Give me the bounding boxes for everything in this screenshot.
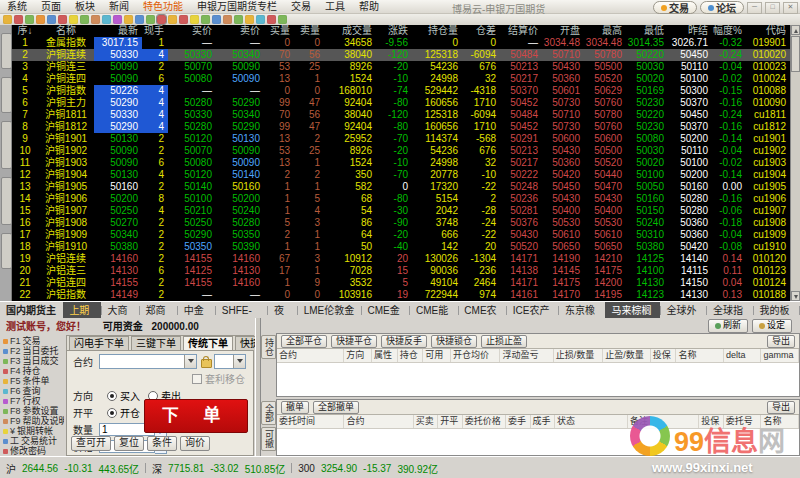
quote-row[interactable]: 17沪铜190950340250290503502164-20666-22504… bbox=[12, 229, 790, 241]
positions-action-button[interactable]: 止损止盈 bbox=[481, 335, 527, 348]
trade-menu-item[interactable]: ¥银期转帐 bbox=[2, 426, 64, 436]
side-strip-tab[interactable] bbox=[1, 33, 12, 69]
toolbar-icon[interactable] bbox=[25, 15, 34, 24]
quote-row[interactable]: 18沪铜191050380250350503901150-40142205052… bbox=[12, 241, 790, 253]
menu-item[interactable]: 页面 bbox=[34, 1, 68, 12]
ticket-action-button[interactable]: 询价 bbox=[180, 436, 210, 451]
menu-item[interactable]: 帮助 bbox=[352, 1, 386, 12]
market-tab[interactable]: 东京橡胶 bbox=[559, 302, 605, 319]
quote-column-header[interactable]: 昨结 bbox=[668, 25, 712, 37]
quote-row[interactable]: 20沪铝连三1413061412514130171702815900362361… bbox=[12, 265, 790, 277]
trade-menu-item[interactable]: F8参数设置 bbox=[2, 406, 64, 416]
market-tab[interactable]: 中金所 bbox=[178, 302, 215, 319]
quote-column-header[interactable]: 开盘 bbox=[542, 25, 584, 37]
positions-action-button[interactable]: 快捷反手 bbox=[381, 335, 427, 348]
menu-item[interactable]: 申银万国期货专栏 bbox=[190, 1, 284, 12]
quote-column-header[interactable]: 序↓ bbox=[12, 25, 38, 37]
trade-menu-item[interactable]: 修改密码 bbox=[2, 446, 64, 456]
toolbar-icon[interactable] bbox=[256, 15, 265, 24]
quote-row[interactable]: 1金属指数3017.151——0034658-9.5600—3034.48303… bbox=[12, 37, 790, 49]
toolbar-icon[interactable] bbox=[245, 15, 254, 24]
quote-column-header[interactable]: 代码 bbox=[746, 25, 790, 37]
minimize-button[interactable]: ─ bbox=[747, 2, 762, 14]
openclose-radio[interactable] bbox=[107, 408, 117, 418]
market-tab[interactable]: 夜盘 bbox=[268, 302, 297, 319]
blotter-toolbar-button[interactable]: 设定 bbox=[752, 319, 792, 333]
positions-action-button[interactable]: 全部平仓 bbox=[281, 335, 327, 348]
direction-radio[interactable] bbox=[107, 391, 117, 401]
ticket-tab[interactable]: 传统下单 bbox=[183, 336, 233, 350]
trade-menu-item[interactable]: F5条件单 bbox=[2, 376, 64, 386]
contract-input[interactable] bbox=[100, 355, 184, 366]
quote-row[interactable]: 10沪铜1902500902500705009053258926-2054236… bbox=[12, 145, 790, 157]
toolbar-icon[interactable] bbox=[36, 15, 45, 24]
submit-order-button[interactable]: 下 单 bbox=[144, 399, 248, 433]
toolbar-icon[interactable] bbox=[168, 15, 177, 24]
toolbar-icon[interactable] bbox=[14, 15, 23, 24]
quote-row[interactable]: 8沪铜18125029045028050290994792404-8016065… bbox=[12, 121, 790, 133]
side-strip-tab[interactable] bbox=[1, 121, 12, 169]
quote-row[interactable]: 3沪铜连三500902500705009053258926-2054236676… bbox=[12, 61, 790, 73]
market-tab[interactable]: 全球外汇 bbox=[660, 302, 706, 319]
toolbar-icon[interactable] bbox=[278, 15, 287, 24]
scroll-down-icon[interactable] bbox=[791, 291, 800, 301]
menu-item[interactable]: 板块 bbox=[68, 1, 102, 12]
quote-row[interactable]: 9沪铜1901501302501205013013225952-70114374… bbox=[12, 133, 790, 145]
orders-filter-tab[interactable]: 全部 bbox=[261, 401, 276, 425]
arbitrage-checkbox[interactable] bbox=[192, 374, 202, 384]
quote-column-header[interactable]: 现手 bbox=[142, 25, 168, 37]
ticket-tab[interactable]: 闪电手下单 bbox=[69, 336, 129, 350]
quote-row[interactable]: 14沪铜190650200850100502001568-80515425023… bbox=[12, 193, 790, 205]
quote-row[interactable]: 15沪铜190750250450210502401454-302042-2850… bbox=[12, 205, 790, 217]
chevron-down-icon[interactable] bbox=[233, 355, 245, 368]
quote-row[interactable]: 19沪铝连续14160214155141606731091220130026-1… bbox=[12, 253, 790, 265]
toolbar-icon[interactable] bbox=[124, 15, 133, 24]
menu-item[interactable]: 系统 bbox=[0, 1, 34, 12]
quote-column-header[interactable]: 最低 bbox=[626, 25, 668, 37]
toolbar-icon[interactable] bbox=[47, 15, 56, 24]
menu-item[interactable]: 交易 bbox=[284, 1, 318, 12]
quote-column-header[interactable]: 持仓量 bbox=[412, 25, 462, 37]
positions-export-button[interactable]: 导出 bbox=[767, 335, 795, 348]
titlebar-pill-button[interactable]: 交易 bbox=[653, 1, 697, 14]
market-tab[interactable]: 郑商所 bbox=[140, 302, 177, 319]
toolbar-icon[interactable] bbox=[3, 15, 12, 24]
lock-icon[interactable] bbox=[201, 359, 212, 368]
positions-action-button[interactable]: 快捷平仓 bbox=[331, 335, 377, 348]
quote-column-header[interactable]: 买价 bbox=[168, 25, 216, 37]
positions-action-button[interactable]: 快捷锁仓 bbox=[431, 335, 477, 348]
toolbar-icon[interactable] bbox=[201, 15, 210, 24]
market-tab[interactable]: LME伦敦金属 bbox=[298, 302, 361, 319]
quote-column-header[interactable]: 名称 bbox=[38, 25, 94, 37]
market-tab[interactable]: 全球指数 bbox=[707, 302, 753, 319]
side-strip-tab[interactable] bbox=[1, 233, 12, 269]
quote-column-header[interactable]: 结算价 bbox=[500, 25, 542, 37]
ticket-action-button[interactable]: 复位 bbox=[114, 436, 144, 451]
trade-menu-item[interactable]: F7行权 bbox=[2, 396, 64, 406]
side-strip-tab[interactable] bbox=[1, 177, 12, 225]
market-tab[interactable]: SHFE-INE bbox=[216, 302, 267, 319]
orders-action-button[interactable]: 撤单 bbox=[281, 401, 309, 414]
maximize-button[interactable]: □ bbox=[765, 2, 780, 14]
contract-combobox[interactable] bbox=[99, 354, 197, 369]
quote-row[interactable]: 21沪铝连四1415521415514160193532549104246414… bbox=[12, 277, 790, 289]
toolbar-icon[interactable] bbox=[58, 15, 67, 24]
trade-menu-item[interactable]: F6查询 bbox=[2, 386, 64, 396]
quote-column-header[interactable]: 最新 bbox=[94, 25, 142, 37]
orders-export-button[interactable]: 导出 bbox=[767, 401, 795, 414]
positions-tab[interactable]: 持仓 bbox=[261, 335, 276, 359]
market-tab[interactable]: 马来棕榈油 bbox=[605, 302, 659, 319]
scroll-up-icon[interactable] bbox=[791, 25, 800, 35]
market-tab[interactable]: CME金属 bbox=[362, 302, 410, 319]
scroll-thumb[interactable] bbox=[791, 36, 800, 72]
quote-row[interactable]: 16沪铜190850270250250502805386-903748-2450… bbox=[12, 217, 790, 229]
toolbar-icon[interactable] bbox=[80, 15, 89, 24]
exchange-combobox[interactable] bbox=[214, 354, 246, 369]
toolbar-icon[interactable] bbox=[113, 15, 122, 24]
quote-column-header[interactable]: 卖量 bbox=[294, 25, 324, 37]
trade-menu-item[interactable]: F3当日成交 bbox=[2, 356, 64, 366]
quote-column-header[interactable]: 成交量 bbox=[324, 25, 376, 37]
toolbar-icon[interactable] bbox=[102, 15, 111, 24]
quote-row[interactable]: 11沪铜190350090650080500901311524-10249983… bbox=[12, 157, 790, 169]
ticket-action-button[interactable]: 查可开 bbox=[71, 436, 111, 451]
